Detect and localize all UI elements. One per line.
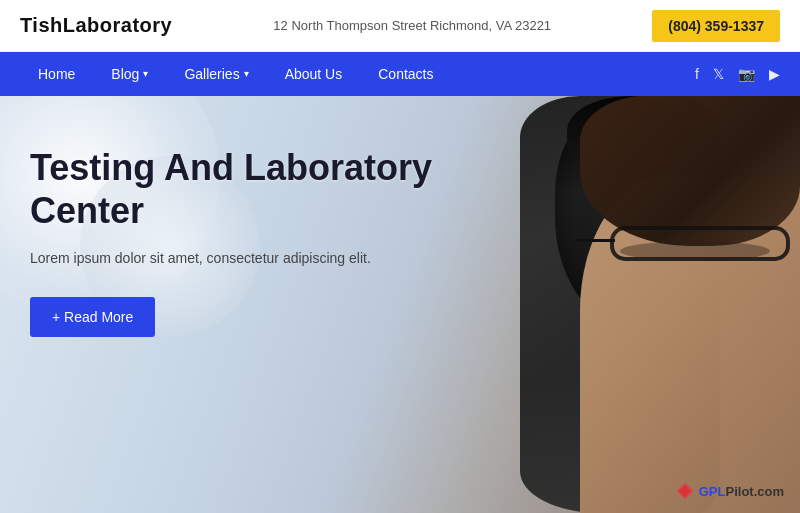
youtube-link[interactable]: ▶ [769,66,780,82]
nav-item-contacts[interactable]: Contacts [360,52,451,96]
watermark-gpl: GPLPilot.com [699,484,784,499]
hero-subtitle: Lorem ipsum dolor sit amet, consectetur … [30,248,450,269]
nav-links: Home Blog ▾ Galleries ▾ About Us Contact… [20,52,451,96]
nav-item-about[interactable]: About Us [267,52,361,96]
chevron-down-icon: ▾ [244,52,249,96]
glasses-arm [575,239,615,242]
chevron-down-icon: ▾ [143,52,148,96]
person-hair [580,96,800,246]
hero-title: Testing And Laboratory Center [30,146,450,232]
youtube-icon: ▶ [769,66,780,82]
address: 12 North Thompson Street Richmond, VA 23… [273,18,551,33]
site-logo: TishLaboratory [20,14,172,37]
nav-link-galleries[interactable]: Galleries ▾ [166,52,266,96]
nav-item-galleries[interactable]: Galleries ▾ [166,52,266,96]
nav-link-contacts[interactable]: Contacts [360,52,451,96]
eye-area [620,241,770,261]
top-bar: TishLaboratory 12 North Thompson Street … [0,0,800,52]
hero-content: Testing And Laboratory Center Lorem ipsu… [30,146,450,337]
navigation: Home Blog ▾ Galleries ▾ About Us Contact… [0,52,800,96]
facebook-link[interactable]: f [695,66,699,82]
nav-item-home[interactable]: Home [20,52,93,96]
twitter-link[interactable]: 𝕏 [713,66,724,82]
nav-item-blog[interactable]: Blog ▾ [93,52,166,96]
hero-section: Testing And Laboratory Center Lorem ipsu… [0,96,800,513]
twitter-icon: 𝕏 [713,66,724,82]
nav-link-about[interactable]: About Us [267,52,361,96]
instagram-link[interactable]: 📷 [738,66,755,82]
nav-link-blog[interactable]: Blog ▾ [93,52,166,96]
nav-link-home[interactable]: Home [20,52,93,96]
phone-button[interactable]: (804) 359-1337 [652,10,780,42]
facebook-icon: f [695,66,699,82]
social-links: f 𝕏 📷 ▶ [695,66,780,82]
gpl-pilot-logo-icon [675,481,695,501]
watermark: GPLPilot.com [675,481,784,501]
read-more-button[interactable]: + Read More [30,297,155,337]
instagram-icon: 📷 [738,66,755,82]
